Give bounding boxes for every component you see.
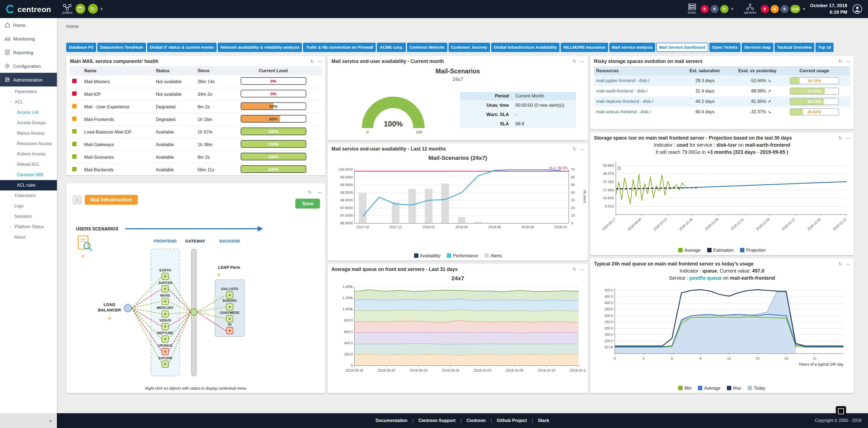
hosts-menu[interactable]: hosts bbox=[688, 4, 696, 15]
save-button[interactable]: Save bbox=[296, 199, 320, 208]
refresh-icon[interactable]: ↻ bbox=[573, 59, 577, 64]
tab-customer-journey[interactable]: Customer Journey bbox=[448, 43, 490, 52]
status-badge[interactable]: 5 bbox=[720, 5, 728, 13]
pollers-menu[interactable]: pollers bbox=[62, 4, 72, 15]
tab-top-10[interactable]: Top 10 bbox=[815, 43, 834, 52]
table-row[interactable]: mail-jupiter-frontend - disk-/29.3 days-… bbox=[594, 76, 850, 86]
centreon-logo[interactable]: centreon bbox=[5, 4, 57, 14]
node-venus[interactable] bbox=[162, 323, 168, 330]
table-row[interactable]: Load-Balancer-Mail-IDFAvailable1h 57m100… bbox=[70, 125, 321, 138]
user-icon[interactable] bbox=[852, 4, 863, 14]
services-menu[interactable]: services bbox=[744, 4, 756, 15]
table-row[interactable]: mail-uranus-frontend - disk-/60.4 days-3… bbox=[594, 107, 850, 117]
refresh-icon[interactable]: ↻ bbox=[573, 267, 577, 272]
status-badge[interactable]: 0 bbox=[710, 5, 718, 13]
tab-network-availability-reliability-analysis[interactable]: Network availability & reliability analy… bbox=[218, 43, 302, 52]
node-saturn[interactable] bbox=[162, 361, 168, 368]
sidebar-item-administration[interactable]: Administration bbox=[0, 73, 57, 86]
tab-services-map[interactable]: Services map bbox=[741, 43, 773, 52]
sidebar-collapse-button[interactable]: « bbox=[0, 413, 57, 428]
breadcrumb-home-link[interactable]: Home bbox=[66, 24, 79, 29]
collapse-icon[interactable]: — bbox=[580, 146, 584, 151]
tab-hillmore-insurance[interactable]: HILLMORE Insurance bbox=[561, 43, 608, 52]
sidebar-item-centreon-mbi[interactable]: Centreon MBI bbox=[0, 170, 57, 180]
sidebar-item-actions-access[interactable]: Actions Access bbox=[0, 149, 57, 159]
tab-trafic-nb-connection-on-firewall[interactable]: Trafic & Nb connection on Firewall bbox=[303, 43, 376, 52]
pollers-chevron-icon[interactable]: ▾ bbox=[100, 6, 102, 11]
table-row[interactable]: Mail-ScenariosAvailable8m 2s100% bbox=[70, 151, 321, 163]
footer-link-documentation[interactable]: Documentation bbox=[375, 418, 407, 423]
status-badge[interactable]: 0 bbox=[780, 5, 789, 13]
refresh-icon[interactable]: ↻ bbox=[573, 146, 577, 151]
sidebar-item-access-groups[interactable]: Access Groups bbox=[0, 118, 57, 128]
refresh-icon[interactable]: ↻ bbox=[839, 59, 842, 64]
node-io[interactable] bbox=[226, 327, 233, 334]
sidebar-item-acl-rules[interactable]: ACL rules bbox=[0, 180, 57, 191]
node-neptune[interactable] bbox=[162, 336, 168, 342]
services-chevron-icon[interactable]: ▾ bbox=[803, 6, 805, 11]
status-badge[interactable]: 118 bbox=[790, 5, 800, 13]
status-badge[interactable]: 4 bbox=[771, 5, 779, 13]
node-ganymede[interactable] bbox=[226, 316, 233, 322]
tab-acme-corp[interactable]: ACME corp. bbox=[377, 43, 406, 52]
node-mercury[interactable] bbox=[162, 311, 168, 317]
status-badge[interactable]: 5 bbox=[761, 5, 769, 13]
sidebar-item-acl[interactable]: ›ACL bbox=[0, 97, 57, 107]
tab-database-fs[interactable]: Database FS bbox=[66, 43, 96, 52]
sidebar-item-platform-status[interactable]: ›Platform Status bbox=[0, 222, 57, 232]
refresh-icon[interactable]: ↻ bbox=[839, 136, 842, 140]
table-row[interactable]: Mail-FrontendsDegraded1h 16m60% bbox=[70, 113, 321, 125]
sidebar-item-about[interactable]: About bbox=[0, 232, 57, 242]
sidebar-item-extensions[interactable]: ›Extensions bbox=[0, 191, 57, 201]
node-gallisto[interactable] bbox=[226, 292, 233, 298]
refresh-icon[interactable]: ↻ bbox=[839, 261, 842, 266]
footer-link-centreon-support[interactable]: Centreon Support bbox=[418, 418, 456, 423]
poller-database-icon[interactable] bbox=[75, 4, 85, 14]
sidebar-item-reporting[interactable]: Reporting bbox=[0, 46, 57, 59]
sidebar-item-home[interactable]: Home bbox=[0, 18, 57, 32]
sidebar-item-resources-access[interactable]: Resources Access bbox=[0, 139, 57, 149]
table-row[interactable]: Mail-MastersNot available28m 14s0% bbox=[70, 76, 321, 88]
footer-link-slack[interactable]: Slack bbox=[538, 418, 549, 423]
infrastructure-diagram[interactable]: USERS SCENARIOS☀FRONTENDGATEWAYBACKENDLO… bbox=[66, 218, 326, 381]
table-row[interactable]: Mail - User ExperienceDegraded8m 2s50% bbox=[70, 101, 321, 113]
sidebar-item-logs[interactable]: Logs bbox=[0, 201, 57, 211]
hosts-chevron-icon[interactable]: ▾ bbox=[731, 6, 733, 11]
tab-mail-service-analysis[interactable]: Mail service analysis bbox=[609, 43, 655, 52]
fullscreen-button[interactable] bbox=[836, 406, 846, 417]
table-row[interactable]: Mail-GatewaysAvailable1h 38m100% bbox=[70, 138, 321, 151]
collapse-icon[interactable]: — bbox=[845, 136, 850, 140]
sidebar-item-configuration[interactable]: Configuration bbox=[0, 59, 57, 73]
table-row[interactable]: mail-earth-frontend - disk-/31.4 days88.… bbox=[594, 86, 850, 96]
collapse-icon[interactable]: — bbox=[317, 59, 321, 64]
tab-global-it-status-current-events[interactable]: Global IT status & current events bbox=[147, 43, 217, 52]
sidebar-item-menus-access[interactable]: Menus Access bbox=[0, 128, 57, 139]
collapse-icon[interactable]: — bbox=[845, 59, 850, 64]
refresh-icon[interactable]: ↻ bbox=[308, 190, 311, 195]
sidebar-item-parameters[interactable]: ›Parameters bbox=[0, 86, 57, 97]
node-mars[interactable] bbox=[162, 298, 168, 305]
tab-centreon-website[interactable]: Centreon Website bbox=[407, 43, 447, 52]
footer-link-github-project[interactable]: Github Project bbox=[497, 418, 527, 423]
tab-open-tickets[interactable]: Open Tickets bbox=[709, 43, 740, 52]
collapse-icon[interactable]: — bbox=[580, 267, 584, 272]
sidebar-item-reload-acl[interactable]: Reload ACL bbox=[0, 159, 57, 170]
tab-mail-service-dashboard[interactable]: Mail Service Dashboard bbox=[656, 43, 708, 52]
table-row[interactable]: Mail-IDFNot available34m 2s0% bbox=[70, 88, 321, 101]
collapse-icon[interactable]: — bbox=[317, 190, 321, 195]
sidebar-item-access-list[interactable]: Access List bbox=[0, 107, 57, 118]
collapse-icon[interactable]: — bbox=[845, 261, 850, 266]
node-earth[interactable] bbox=[162, 273, 168, 280]
status-badge[interactable]: 0 bbox=[700, 5, 709, 13]
refresh-icon[interactable]: ↻ bbox=[310, 59, 314, 64]
collapse-icon[interactable]: — bbox=[580, 59, 584, 64]
node-uranus[interactable] bbox=[162, 348, 168, 355]
poller-latency-icon[interactable]: ↻ bbox=[88, 4, 98, 14]
sidebar-item-sessions[interactable]: Sessions bbox=[0, 211, 57, 222]
infrastructure-label[interactable]: Mail Infrastructure bbox=[85, 195, 138, 205]
tab-datacenters-tem-hum[interactable]: Datacenters Tem/Hum bbox=[97, 43, 146, 52]
sidebar-item-monitoring[interactable]: Monitoring bbox=[0, 32, 57, 46]
table-row[interactable]: Mail-BackendsAvailable56m 11s100% bbox=[70, 163, 321, 176]
table-row[interactable]: mail-neptune-frontend - disk-/44.2 days8… bbox=[594, 96, 850, 107]
node-europa[interactable] bbox=[226, 304, 233, 310]
